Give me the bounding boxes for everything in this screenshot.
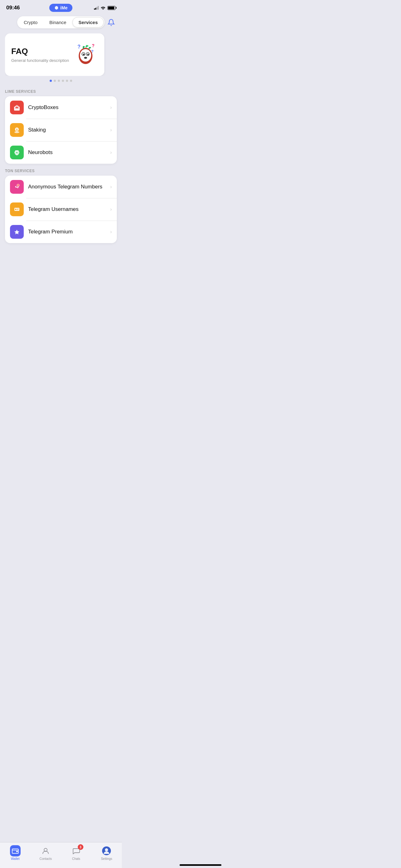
premium-icon: [10, 225, 24, 239]
svg-rect-24: [19, 152, 20, 153]
service-item-usernames[interactable]: Telegram Usernames ›: [5, 198, 117, 221]
status-time: 09:46: [6, 5, 20, 11]
svg-rect-30: [15, 209, 16, 210]
svg-text:?: ?: [91, 50, 93, 54]
bell-icon: [107, 19, 115, 26]
battery-icon: [107, 6, 115, 10]
tab-pills-container: Crypto Binance Services: [0, 14, 122, 31]
usernames-chevron: ›: [110, 207, 112, 212]
carousel-container: FAQ General functionality description: [5, 33, 117, 76]
neurobots-icon: AI: [10, 146, 24, 159]
service-item-neurobots[interactable]: AI Neurobots ›: [5, 141, 117, 164]
dot-5[interactable]: [70, 80, 72, 82]
ton-services-label: TON SERVICES: [0, 164, 122, 176]
svg-point-6: [84, 54, 84, 54]
usernames-icon: [10, 203, 24, 216]
svg-rect-23: [14, 152, 15, 153]
app-logo: iMe: [49, 4, 72, 12]
carousel-card-faq[interactable]: FAQ General functionality description: [5, 33, 104, 76]
bell-button[interactable]: [106, 17, 117, 28]
cryptoboxes-chevron: ›: [110, 105, 112, 110]
tab-crypto[interactable]: Crypto: [18, 17, 43, 28]
signal-icon: [94, 6, 99, 10]
anon-numbers-chevron: ›: [110, 184, 112, 190]
staking-name: Staking: [28, 127, 46, 133]
status-icons: [94, 6, 115, 10]
lime-services-label: LIME SERVICES: [0, 84, 122, 96]
svg-point-1: [80, 49, 91, 62]
svg-rect-16: [15, 107, 19, 108]
service-item-staking[interactable]: $ Staking ›: [5, 119, 117, 141]
cryptoboxes-name: CryptoBoxes: [28, 104, 58, 111]
neurobots-chevron: ›: [110, 150, 112, 155]
carousel-card-text: FAQ General functionality description: [11, 46, 69, 63]
dot-2[interactable]: [58, 80, 60, 82]
dot-4[interactable]: [66, 80, 68, 82]
ton-services-list: + Anonymous Telegram Numbers › Telegram …: [5, 176, 117, 243]
svg-rect-14: [16, 105, 18, 106]
carousel-card-title: FAQ: [11, 46, 69, 56]
cryptoboxes-icon: [10, 101, 24, 114]
dot-1[interactable]: [54, 80, 56, 82]
service-item-premium[interactable]: Telegram Premium ›: [5, 221, 117, 243]
svg-text:$: $: [16, 128, 18, 131]
svg-rect-31: [17, 209, 19, 209]
tab-binance[interactable]: Binance: [44, 17, 72, 28]
svg-rect-22: [16, 155, 18, 155]
svg-point-5: [88, 54, 89, 55]
staking-icon: $: [10, 123, 24, 137]
carousel-dots: [5, 76, 117, 84]
carousel-track: FAQ General functionality description: [5, 33, 117, 76]
svg-point-7: [88, 54, 89, 54]
carousel-card-emoji: ? ? ?: [73, 41, 98, 68]
faq-emoji-svg: ? ? ?: [73, 41, 98, 66]
carousel-card-subtitle: General functionality description: [11, 58, 69, 63]
anon-numbers-name: Anonymous Telegram Numbers: [28, 184, 102, 190]
svg-point-4: [83, 54, 85, 55]
svg-point-19: [14, 131, 20, 133]
neurobots-name: Neurobots: [28, 149, 53, 156]
dot-3[interactable]: [62, 80, 64, 82]
dot-0[interactable]: [49, 80, 52, 82]
svg-text:?: ?: [92, 43, 95, 48]
logo-icon: [54, 6, 59, 10]
premium-chevron: ›: [110, 229, 112, 235]
service-item-cryptoboxes[interactable]: CryptoBoxes ›: [5, 96, 117, 119]
svg-text:+: +: [18, 185, 19, 187]
app-logo-area: iMe: [49, 4, 72, 12]
svg-text:AI: AI: [15, 151, 18, 154]
staking-chevron: ›: [110, 127, 112, 133]
usernames-name: Telegram Usernames: [28, 206, 79, 213]
tab-pills-group: Crypto Binance Services: [17, 16, 105, 28]
svg-rect-32: [17, 210, 18, 210]
tab-services[interactable]: Services: [72, 17, 104, 28]
premium-name: Telegram Premium: [28, 229, 73, 235]
svg-point-8: [84, 57, 87, 59]
carousel-section: FAQ General functionality description: [0, 31, 122, 84]
svg-text:?: ?: [77, 44, 80, 50]
service-item-anon-numbers[interactable]: + Anonymous Telegram Numbers ›: [5, 176, 117, 198]
status-bar: 09:46 iMe: [0, 0, 122, 14]
wifi-icon: [101, 6, 106, 10]
anon-numbers-icon: +: [10, 180, 24, 194]
lime-services-list: CryptoBoxes › $ Staking › AI: [5, 96, 117, 164]
